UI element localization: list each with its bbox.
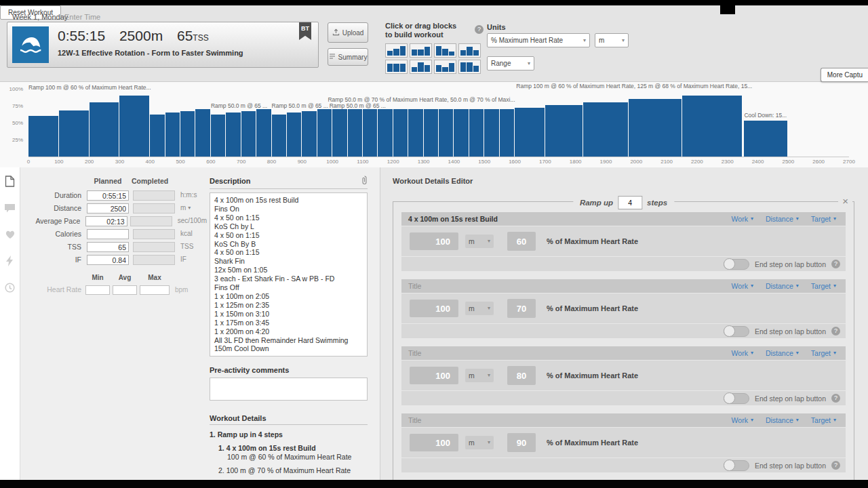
chart-bar[interactable] bbox=[119, 96, 149, 157]
step-distance-input[interactable] bbox=[410, 300, 458, 317]
chart-bar[interactable] bbox=[28, 116, 58, 157]
chart-bar[interactable] bbox=[59, 110, 89, 157]
help-icon[interactable] bbox=[475, 25, 484, 34]
step-target-input[interactable] bbox=[507, 232, 536, 251]
chart-bar[interactable] bbox=[744, 121, 787, 157]
step-title-input[interactable]: Title bbox=[408, 416, 732, 424]
chart-bar[interactable] bbox=[515, 108, 545, 157]
chart-bar[interactable] bbox=[484, 109, 498, 157]
workout-block-thumbnail[interactable] bbox=[410, 43, 432, 58]
planned-input[interactable] bbox=[87, 255, 129, 265]
help-icon[interactable] bbox=[831, 327, 840, 336]
target-link[interactable]: Target bbox=[811, 282, 836, 290]
heart-rate-min-input[interactable] bbox=[85, 285, 110, 295]
distance-link[interactable]: Distance bbox=[766, 282, 799, 290]
summary-button[interactable]: Summary bbox=[328, 48, 368, 66]
work-link[interactable]: Work bbox=[732, 282, 753, 290]
chart-bar[interactable] bbox=[165, 113, 180, 157]
step-distance-input[interactable] bbox=[410, 232, 458, 250]
chart-bar[interactable] bbox=[332, 109, 347, 157]
lap-button-toggle[interactable] bbox=[724, 393, 749, 404]
step-title-input[interactable]: Title bbox=[408, 349, 732, 357]
upload-button[interactable]: Upload bbox=[328, 22, 368, 43]
step-unit-select[interactable]: m bbox=[465, 302, 494, 315]
lap-button-toggle[interactable] bbox=[724, 259, 749, 270]
heart-icon[interactable] bbox=[5, 230, 16, 242]
chart-bar[interactable] bbox=[302, 111, 316, 157]
attachment-icon[interactable] bbox=[361, 176, 368, 186]
bolt-icon[interactable] bbox=[6, 256, 14, 269]
work-link[interactable]: Work bbox=[732, 416, 753, 424]
chart-bar[interactable] bbox=[256, 109, 271, 157]
heart-rate-max-input[interactable] bbox=[140, 285, 170, 295]
chart-bar[interactable] bbox=[682, 96, 743, 157]
step-target-input[interactable] bbox=[507, 299, 536, 318]
workout-block-thumbnail[interactable] bbox=[385, 60, 408, 74]
planned-input[interactable] bbox=[87, 229, 129, 239]
chart-bar[interactable] bbox=[363, 109, 377, 157]
planned-input[interactable] bbox=[87, 203, 129, 214]
chart-bar[interactable] bbox=[180, 111, 195, 157]
workout-summary-card[interactable]: 0:55:15 2500m 65TSS 12W-1 Effective Rota… bbox=[7, 22, 319, 68]
chart-bar[interactable] bbox=[500, 109, 514, 157]
step-unit-select[interactable]: m bbox=[465, 369, 494, 382]
lap-button-toggle[interactable] bbox=[724, 460, 749, 471]
enter-time-link[interactable]: Enter Time bbox=[64, 13, 100, 21]
step-title-input[interactable]: 4 x 100m on 15s rest Build bbox=[408, 215, 732, 223]
step-target-input[interactable] bbox=[507, 433, 536, 452]
planned-input[interactable] bbox=[87, 242, 129, 252]
target-link[interactable]: Target bbox=[811, 416, 836, 424]
workout-block-thumbnail[interactable] bbox=[410, 60, 432, 74]
chart-bar[interactable] bbox=[195, 109, 210, 157]
chart-bar[interactable] bbox=[348, 109, 362, 157]
help-icon[interactable] bbox=[831, 394, 840, 403]
chart-bar[interactable] bbox=[211, 115, 225, 157]
chart-bar[interactable] bbox=[287, 113, 301, 157]
range-select[interactable]: Range bbox=[487, 56, 534, 70]
workout-block-thumbnail[interactable] bbox=[434, 43, 456, 58]
description-box[interactable]: 4 x 100m on 15s rest BuildFins On4 x 50 … bbox=[210, 192, 368, 357]
ramp-steps-input[interactable] bbox=[618, 196, 642, 209]
step-distance-input[interactable] bbox=[410, 434, 458, 451]
work-link[interactable]: Work bbox=[732, 215, 753, 223]
chart-bar[interactable] bbox=[439, 109, 453, 157]
units-primary-select[interactable]: % Maximum Heart Rate bbox=[487, 33, 590, 47]
chart-bar[interactable] bbox=[629, 99, 681, 157]
target-link[interactable]: Target bbox=[811, 349, 836, 357]
chart-bar[interactable] bbox=[408, 109, 422, 157]
chart-bar[interactable] bbox=[272, 115, 286, 157]
pre-activity-comments-input[interactable] bbox=[210, 378, 368, 401]
clock-icon[interactable] bbox=[5, 283, 15, 296]
workout-block-thumbnail[interactable] bbox=[385, 43, 408, 58]
workout-block-thumbnail[interactable] bbox=[434, 60, 456, 74]
step-unit-select[interactable]: m bbox=[465, 235, 494, 248]
heart-rate-avg-input[interactable] bbox=[113, 285, 137, 295]
planned-input[interactable] bbox=[85, 216, 127, 226]
help-icon[interactable] bbox=[831, 260, 840, 268]
chart-bar[interactable] bbox=[90, 102, 119, 157]
step-distance-input[interactable] bbox=[410, 367, 458, 384]
step-target-input[interactable] bbox=[507, 366, 536, 385]
chart-bar[interactable] bbox=[424, 109, 438, 157]
planned-input[interactable] bbox=[87, 190, 129, 201]
lap-button-toggle[interactable] bbox=[724, 326, 749, 337]
comment-icon[interactable] bbox=[4, 203, 16, 216]
step-title-input[interactable]: Title bbox=[408, 282, 732, 290]
chart-bar[interactable] bbox=[226, 113, 240, 157]
units-secondary-select[interactable]: m bbox=[595, 33, 629, 47]
chart-bar[interactable] bbox=[545, 105, 583, 157]
chart-bar[interactable] bbox=[454, 109, 468, 157]
close-group-icon[interactable]: × bbox=[838, 195, 852, 207]
step-unit-select[interactable]: m bbox=[465, 436, 494, 449]
document-icon[interactable] bbox=[5, 176, 15, 190]
chart-bar[interactable] bbox=[317, 109, 332, 157]
chart-bar[interactable] bbox=[583, 102, 628, 157]
chart-bar[interactable] bbox=[393, 109, 408, 157]
chart-bar[interactable] bbox=[469, 109, 484, 157]
help-icon[interactable] bbox=[831, 461, 840, 470]
target-link[interactable]: Target bbox=[811, 215, 836, 223]
chart-bar[interactable] bbox=[241, 111, 256, 157]
chart-bar[interactable] bbox=[378, 109, 392, 157]
chart-bar[interactable] bbox=[150, 115, 164, 157]
workout-block-thumbnail[interactable] bbox=[458, 43, 481, 58]
